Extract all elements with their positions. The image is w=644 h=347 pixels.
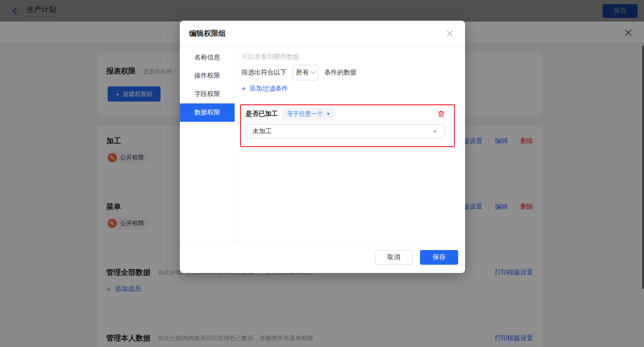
modal-header: 编辑权限组 bbox=[180, 21, 465, 47]
caret-down-icon: ▼ bbox=[432, 129, 437, 134]
modal-body: 名称信息 操作权限 字段权限 数据权限 可以查看到哪些数据 筛选出符合以下 所有… bbox=[180, 47, 465, 241]
add-filter-condition-label: 添加过滤条件 bbox=[249, 85, 288, 93]
condition-operator-select[interactable]: 等于任意一个 ▼ bbox=[282, 108, 335, 120]
condition-field-label: 是否已加工 bbox=[246, 110, 278, 118]
condition-value: 未加工 bbox=[253, 127, 272, 136]
add-filter-condition-link[interactable]: + 添加过滤条件 bbox=[242, 85, 288, 93]
filter-match-value: 所有 bbox=[296, 68, 309, 77]
plus-icon: + bbox=[242, 85, 246, 92]
modal-sidebar: 名称信息 操作权限 字段权限 数据权限 bbox=[180, 47, 235, 241]
condition-operator-value: 等于任意一个 bbox=[287, 110, 323, 118]
modal-footer: 取消 保存 bbox=[180, 241, 465, 273]
caret-down-icon: ▼ bbox=[326, 112, 330, 116]
filter-suffix-label: 条件的数据 bbox=[324, 68, 356, 77]
edit-permission-group-modal: 编辑权限组 名称信息 操作权限 字段权限 数据权限 可以查看到哪些数据 筛选出符… bbox=[180, 21, 465, 273]
filter-match-select[interactable]: 所有 bbox=[293, 65, 318, 80]
tab-data-permission[interactable]: 数据权限 bbox=[180, 103, 235, 122]
trash-icon[interactable] bbox=[437, 110, 445, 118]
filter-prefix-label: 筛选出符合以下 bbox=[242, 68, 287, 77]
close-icon[interactable] bbox=[446, 29, 454, 38]
chevron-down-icon bbox=[310, 69, 316, 74]
tab-name-info[interactable]: 名称信息 bbox=[180, 48, 235, 67]
data-scope-hint: 可以查看到哪些数据 bbox=[242, 52, 455, 61]
save-button[interactable]: 保存 bbox=[420, 250, 458, 265]
condition-highlight-box: 是否已加工 等于任意一个 ▼ 未加工 ▼ bbox=[240, 104, 455, 147]
data-permission-panel: 可以查看到哪些数据 筛选出符合以下 所有 条件的数据 + 添加过滤条件 是否已加… bbox=[235, 47, 465, 241]
condition-value-select[interactable]: 未加工 ▼ bbox=[246, 124, 445, 138]
cancel-button[interactable]: 取消 bbox=[375, 250, 413, 265]
filter-match-row: 筛选出符合以下 所有 条件的数据 bbox=[242, 65, 455, 80]
tab-field-permission[interactable]: 字段权限 bbox=[180, 85, 235, 103]
tab-operation-permission[interactable]: 操作权限 bbox=[180, 67, 235, 85]
modal-title: 编辑权限组 bbox=[189, 29, 226, 39]
